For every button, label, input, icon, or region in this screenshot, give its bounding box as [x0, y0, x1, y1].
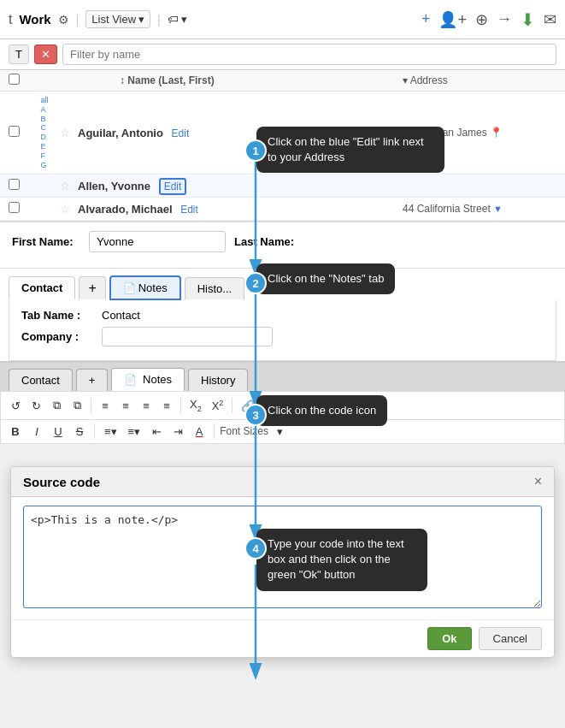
toolbar-strikethrough[interactable]: S: [70, 423, 89, 441]
toolbar-sep3: [232, 398, 232, 413]
step-circle-2: 2: [244, 272, 267, 294]
contact-name-2: Allen, Yvonne Edit: [78, 180, 396, 192]
pin-icon-1: 📍: [490, 127, 503, 139]
toolbar-italic[interactable]: I: [27, 423, 46, 441]
address-text-3: 44 California Street: [403, 203, 491, 215]
view-dropdown[interactable]: List View ▾: [85, 10, 150, 28]
tab-history-upper[interactable]: Histo...: [185, 277, 244, 299]
filter-bar: T ✕: [0, 39, 565, 70]
gear-icon[interactable]: ⚙: [58, 13, 69, 27]
edit-form-row: First Name: Last Name:: [12, 231, 553, 252]
contact-name-text-1[interactable]: Aguilar, Antonio: [78, 127, 163, 139]
toolbar-redo[interactable]: ↻: [26, 397, 45, 415]
star-icon-1[interactable]: ☆: [60, 126, 71, 139]
tab-add-lower[interactable]: +: [76, 369, 109, 391]
tab-contact-lower[interactable]: Contact: [9, 369, 73, 391]
toolbar-font-color[interactable]: A: [190, 423, 209, 441]
table-row: ☆ Allen, Yvonne Edit: [0, 175, 565, 198]
table-row: ☆ Alvarado, Michael Edit 44 California S…: [0, 198, 565, 221]
toolbar-align-left[interactable]: ≡: [96, 397, 115, 415]
toolbar-indent-dec[interactable]: ⇤: [147, 423, 166, 441]
toolbar-paste[interactable]: ⧉: [68, 396, 86, 415]
star-icon-3[interactable]: ☆: [60, 202, 71, 216]
tab-name-label: Tab Name :: [21, 309, 98, 322]
row-checkbox-3[interactable]: [9, 202, 20, 213]
alpha-all[interactable]: all: [40, 96, 48, 105]
edit-form: First Name: Last Name:: [0, 221, 565, 268]
toolbar-list-ol[interactable]: ≡▾: [124, 423, 145, 441]
tab-history-lower[interactable]: History: [188, 369, 248, 391]
toolbar-superscript[interactable]: X2: [208, 396, 228, 415]
company-input[interactable]: [102, 327, 273, 346]
toolbar-underline[interactable]: U: [49, 423, 68, 441]
row-checkbox-1[interactable]: [9, 126, 20, 137]
first-name-input[interactable]: [89, 231, 226, 252]
tooltip-1: Click on the blue "Edit" link next to yo…: [256, 127, 444, 173]
edit-link-1[interactable]: Edit: [172, 127, 190, 139]
alpha-sidebar[interactable]: all A B C D E F G: [40, 96, 48, 169]
divider-1: |: [76, 13, 79, 27]
toolbar-indent-inc[interactable]: ⇥: [168, 423, 187, 441]
address-3[interactable]: 44 California Street ▼: [403, 203, 556, 215]
cancel-button[interactable]: Cancel: [479, 627, 542, 650]
tab-contact-upper[interactable]: Contact: [9, 276, 75, 299]
tab-notes-lower[interactable]: 📄 Notes: [111, 368, 185, 391]
toolbar-list-ul[interactable]: ≡▾: [100, 423, 121, 441]
forward-icon[interactable]: →: [497, 10, 512, 28]
tab-add-upper[interactable]: +: [79, 276, 105, 299]
contact-name-text-3[interactable]: Alvarado, Michael: [78, 203, 173, 216]
table-header: ↕ Name (Last, First) ▾ Address: [0, 70, 565, 92]
toolbar-sep6: [214, 423, 215, 439]
download-icon[interactable]: ⬇: [521, 9, 535, 30]
tab-notes-upper[interactable]: 📄Notes: [109, 275, 181, 300]
ok-button[interactable]: Ok: [427, 627, 471, 650]
toolbar-bold[interactable]: B: [6, 423, 25, 441]
notes-icon-lower: 📄: [124, 374, 137, 386]
step-circle-1: 1: [244, 139, 267, 162]
filter-input[interactable]: [62, 44, 556, 65]
toolbar-align-center[interactable]: ≡: [116, 397, 135, 415]
col-address-header: ▾ Address: [403, 74, 556, 86]
tabs-row-lower: Contact + 📄 Notes History: [0, 363, 565, 391]
edit-link-2[interactable]: Edit: [159, 178, 187, 195]
tooltip-4: Type your code into the text box and the…: [256, 529, 427, 591]
tooltip-2: Click on the "Notes" tab: [256, 263, 395, 294]
toolbar-sep2: [180, 398, 181, 413]
tab-name-value: Contact: [102, 309, 140, 322]
toolbar-undo[interactable]: ↺: [6, 397, 25, 415]
dialog-close-button[interactable]: ×: [534, 474, 542, 489]
clear-filter-button[interactable]: ✕: [34, 44, 57, 64]
form-field-tabname: Tab Name : Contact: [21, 309, 544, 322]
font-sizes-label: Font Sizes: [220, 425, 268, 437]
toolbar-sep1: [91, 398, 91, 413]
star-icon-2[interactable]: ☆: [60, 179, 71, 192]
tab-content-upper: Tab Name : Contact Company :: [9, 300, 556, 361]
email-icon[interactable]: ✉: [544, 10, 556, 29]
add-user-icon[interactable]: 👤+: [438, 10, 467, 29]
chevron-down-icon: ▾: [138, 13, 144, 26]
copy-icon[interactable]: ⊕: [475, 10, 488, 29]
step-circle-4: 4: [244, 537, 267, 559]
toolbar-icons: + 👤+ ⊕ → ⬇ ✉: [421, 9, 556, 30]
select-all-checkbox[interactable]: [9, 74, 20, 85]
toolbar-subscript[interactable]: X2: [185, 395, 206, 416]
edit-link-3[interactable]: Edit: [180, 204, 198, 216]
tag-dropdown[interactable]: 🏷 ▾: [168, 13, 187, 26]
toolbar-align-right[interactable]: ≡: [137, 397, 156, 415]
dialog-footer: Ok Cancel: [11, 619, 554, 657]
table-icon: t: [9, 12, 12, 27]
contact-name-text-2[interactable]: Allen, Yvonne: [78, 180, 150, 192]
row-checkbox-2[interactable]: [9, 179, 20, 190]
divider-2: |: [157, 13, 161, 27]
last-name-label: Last Name:: [234, 235, 303, 248]
company-label: Company :: [21, 330, 98, 343]
dialog-title: Source code: [23, 475, 100, 489]
filter-button[interactable]: T: [9, 44, 29, 64]
toolbar-copy[interactable]: ⧉: [47, 396, 66, 415]
contact-name-3: Alvarado, Michael Edit: [78, 203, 396, 216]
tag-chevron-icon: ▾: [181, 13, 187, 26]
form-field-company: Company :: [21, 327, 544, 346]
add-icon[interactable]: +: [421, 10, 431, 28]
page-title: Work: [19, 12, 50, 27]
toolbar-align-justify[interactable]: ≡: [157, 397, 176, 415]
